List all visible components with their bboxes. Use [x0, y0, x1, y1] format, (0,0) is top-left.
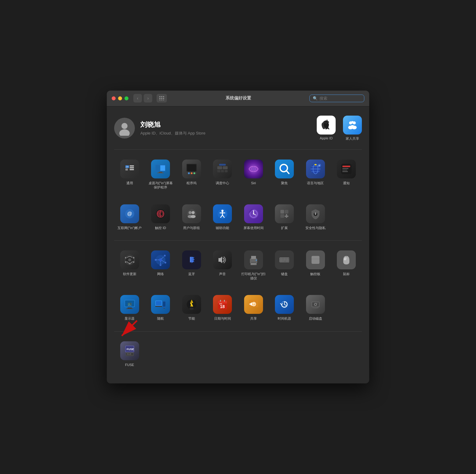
pref-notification[interactable]: 通知	[331, 155, 362, 194]
all-prefs-button[interactable]	[157, 94, 167, 102]
display-svg: 📺	[123, 298, 136, 311]
pref-bluetooth[interactable]: 蓝牙	[176, 246, 207, 285]
printer-label: 打印机与{"\n"}扫描仪	[240, 272, 267, 281]
grid-row-2: @ 互联网{"\n"}帐户	[114, 200, 362, 234]
profile-info: 刘晓旭 Apple ID、iCloud、媒体与 App Store	[140, 120, 205, 136]
pref-network[interactable]: 网络	[145, 246, 176, 285]
avatar[interactable]	[114, 118, 135, 138]
fuse-svg: FUSE	[123, 344, 136, 357]
pref-battery[interactable]: 节能	[176, 291, 207, 325]
accessibility-icon	[213, 204, 232, 223]
svg-point-80	[253, 213, 254, 214]
software-label: 软件更新	[123, 272, 136, 276]
close-button[interactable]	[112, 96, 116, 100]
maximize-button[interactable]	[124, 96, 128, 100]
startup-label: 启动磁盘	[309, 316, 322, 321]
forward-button[interactable]: ›	[144, 94, 152, 102]
svg-rect-108	[251, 264, 256, 264]
notification-icon	[337, 160, 356, 178]
svg-rect-113	[283, 258, 284, 259]
bluetooth-label: 蓝牙	[188, 272, 195, 276]
pref-internet[interactable]: @ 互联网{"\n"}帐户	[114, 200, 145, 234]
svg-rect-171	[127, 354, 129, 354]
svg-rect-38	[223, 166, 228, 169]
pref-sharing[interactable]: 共享	[238, 291, 269, 325]
svg-rect-172	[129, 354, 131, 354]
pref-datetime[interactable]: JUL 18 日期与时间	[207, 291, 238, 325]
pref-startup[interactable]: 启动磁盘	[300, 291, 331, 325]
svg-rect-7	[161, 100, 162, 100]
touch-svg	[154, 207, 167, 220]
pref-spotlight[interactable]: 聚焦	[269, 155, 300, 194]
pref-display[interactable]: 📺 显示器	[114, 291, 145, 325]
back-button[interactable]: ‹	[133, 94, 142, 102]
network-svg	[154, 253, 167, 266]
accessibility-svg	[216, 207, 229, 220]
pref-trackpad[interactable]: 触控板	[300, 246, 331, 285]
pref-accessibility[interactable]: 辅助功能	[207, 200, 238, 234]
desktop-svg	[154, 163, 167, 175]
mission-svg	[216, 163, 229, 175]
svg-point-164	[315, 304, 316, 305]
family-label: 家人共享	[346, 136, 359, 141]
profile-subtitle: Apple ID、iCloud、媒体与 App Store	[140, 131, 205, 136]
pref-desktop[interactable]: 桌面与{"\n"}屏幕保护程序	[145, 155, 176, 194]
svg-point-162	[312, 307, 319, 309]
svg-rect-120	[285, 259, 286, 260]
search-input[interactable]	[319, 96, 361, 101]
family-sharing-button[interactable]: 家人共享	[343, 116, 362, 141]
screentime-svg	[247, 207, 260, 220]
general-svg: File New	[124, 163, 136, 175]
pref-extensions[interactable]: 扩展	[269, 200, 300, 234]
pref-users[interactable]: 用户与群组	[176, 200, 207, 234]
pref-fuse[interactable]: FUSE FUSE	[114, 337, 145, 371]
svg-rect-127	[312, 256, 319, 264]
touch-icon	[151, 204, 170, 223]
section-5: FUSE FUSE	[114, 337, 362, 371]
pref-siri[interactable]: Siri	[238, 155, 269, 194]
grid-row-5: FUSE FUSE	[114, 337, 362, 371]
spotlight-label: 聚焦	[281, 181, 288, 185]
internet-svg: @	[123, 207, 136, 220]
pref-touch[interactable]: 触控 ID	[145, 200, 176, 234]
pref-language[interactable]: A 语言与地区	[300, 155, 331, 194]
pref-sidecar[interactable]: 随航	[145, 291, 176, 325]
pref-printer[interactable]: 打印机与{"\n"}扫描仪	[238, 246, 269, 285]
pref-timemachine[interactable]: 时间机器	[269, 291, 300, 325]
software-svg	[123, 253, 136, 266]
pref-keyboard[interactable]: 键盘	[269, 246, 300, 285]
grid-row-4: 📺 显示器	[114, 291, 362, 325]
desktop-icon	[151, 160, 170, 178]
svg-rect-139	[156, 301, 161, 305]
svg-rect-32	[187, 164, 196, 171]
pref-mission[interactable]: 调度中心	[207, 155, 238, 194]
search-box[interactable]: 🔍	[309, 95, 364, 102]
pref-software[interactable]: 软件更新	[114, 246, 145, 285]
divider-3	[114, 331, 362, 332]
pref-screentime[interactable]: 屏幕使用时间	[238, 200, 269, 234]
sharing-label: 共享	[250, 316, 257, 321]
svg-rect-41	[225, 170, 228, 172]
pref-security[interactable]: 安全性与隐私	[300, 200, 331, 234]
pref-general[interactable]: File New 通用	[114, 155, 145, 194]
keyboard-svg	[278, 253, 291, 266]
minimize-button[interactable]	[118, 96, 122, 100]
svg-point-97	[155, 259, 157, 261]
svg-rect-152	[224, 300, 225, 302]
pref-mouse[interactable]: 鼠标	[331, 246, 362, 285]
svg-rect-111	[280, 258, 281, 259]
svg-rect-104	[251, 256, 256, 259]
svg-point-93	[133, 261, 134, 263]
grid-row-1: File New 通用	[114, 155, 362, 194]
svg-point-107	[256, 260, 257, 261]
svg-point-101	[159, 258, 162, 261]
datetime-svg: JUL 18	[216, 298, 229, 311]
pref-sound[interactable]: 声音	[207, 246, 238, 285]
section-3: 软件更新	[114, 246, 362, 285]
apple-id-button[interactable]: Apple ID	[317, 116, 336, 141]
timemachine-label: 时间机器	[278, 316, 291, 321]
trackpad-icon	[306, 250, 325, 269]
network-icon	[151, 250, 170, 269]
trackpad-svg	[309, 253, 322, 266]
pref-dock[interactable]: 程序坞	[176, 155, 207, 194]
